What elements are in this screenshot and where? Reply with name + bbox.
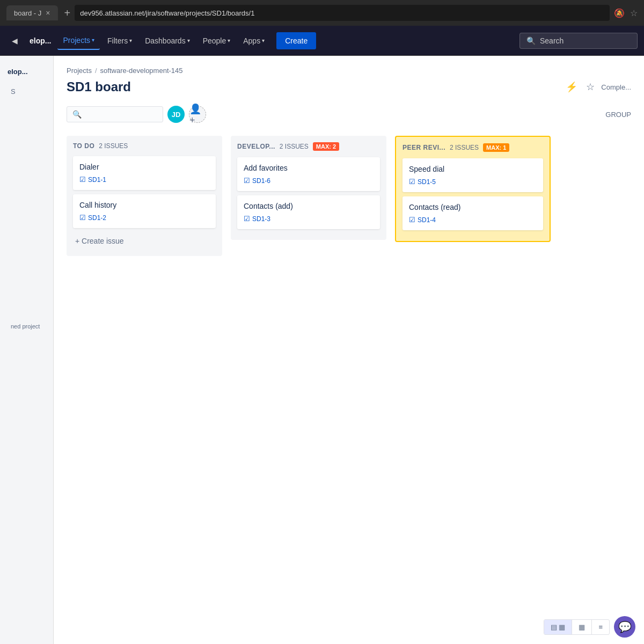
column-peer-review-count: 2 ISSUES (450, 144, 479, 151)
board-search-input[interactable] (85, 110, 155, 119)
nav-item-apps[interactable]: Apps ▾ (238, 32, 270, 49)
create-button[interactable]: Create (276, 32, 316, 49)
nav-label-filters: Filters (107, 36, 128, 45)
nav-logo: elop... (25, 34, 55, 47)
browser-controls: 🔕 ☆ (614, 8, 638, 18)
card-call-history[interactable]: Call history ☑ SD1-2 (73, 194, 216, 228)
new-tab-button[interactable]: + (64, 7, 71, 19)
nav-item-filters[interactable]: Filters ▾ (102, 32, 137, 49)
board-search-box[interactable]: 🔍 (67, 106, 163, 122)
column-develop-count: 2 ISSUES (280, 143, 309, 150)
page-header: SD1 board ⚡ ☆ Comple... (67, 79, 631, 95)
column-todo-title: TO DO (73, 142, 94, 150)
checkbox-icon: ☑ (79, 175, 86, 184)
lightning-icon-button[interactable]: ⚡ (564, 79, 580, 95)
view-btn-compact[interactable]: ≡ (592, 620, 609, 634)
column-peer-review-header: PEER REVI... 2 ISSUES MAX: 1 (402, 143, 543, 152)
card-contacts-add-id-text: SD1-3 (252, 215, 270, 223)
nav-label-projects: Projects (63, 36, 90, 45)
card-dialer-title: Dialer (79, 163, 209, 171)
card-speed-dial-id: ☑ SD1-5 (409, 178, 537, 186)
column-todo-header: TO DO 2 ISSUES (73, 142, 216, 150)
card-add-favorites-id: ☑ SD1-6 (244, 177, 374, 185)
board-toolbar: 🔍 JD 👤+ GROUP (67, 106, 631, 123)
column-develop-max-badge: MAX: 2 (313, 142, 339, 151)
checkbox-icon: ☑ (244, 177, 250, 185)
card-dialer[interactable]: Dialer ☑ SD1-1 (73, 156, 216, 190)
sidebar: elop... S ned project (0, 56, 54, 644)
view-toggle: ▤ ▦ ▦ ≡ (544, 619, 610, 635)
nav-label-dashboards: Dashboards (145, 36, 186, 45)
checkbox-icon: ☑ (409, 216, 415, 224)
tab-close-button[interactable]: × (46, 9, 50, 17)
search-icon: 🔍 (72, 110, 82, 119)
nav-item-projects[interactable]: Projects ▾ (57, 32, 100, 50)
column-develop-header: DEVELOP... 2 ISSUES MAX: 2 (237, 142, 380, 151)
privacy-icon[interactable]: 🔕 (614, 8, 625, 18)
column-develop: DEVELOP... 2 ISSUES MAX: 2 Add favorites… (231, 136, 386, 240)
complete-button[interactable]: Comple... (601, 83, 631, 91)
card-add-favorites-id-text: SD1-6 (252, 177, 270, 185)
card-contacts-add-id: ☑ SD1-3 (244, 215, 374, 223)
card-speed-dial-title: Speed dial (409, 165, 537, 173)
browser-chrome: board - J × + dev956.atlassian.net/jira/… (0, 0, 644, 26)
kanban-board: TO DO 2 ISSUES Dialer ☑ SD1-1 Call histo… (67, 136, 631, 350)
page-actions: ⚡ ☆ Comple... (564, 79, 631, 95)
nav-search-box[interactable]: 🔍 Search (519, 33, 638, 49)
breadcrumb: Projects / software-development-145 (67, 67, 631, 75)
view-btn-board[interactable]: ▤ ▦ (544, 620, 573, 634)
card-speed-dial[interactable]: Speed dial ☑ SD1-5 (402, 158, 543, 192)
add-avatar-button[interactable]: 👤+ (189, 106, 206, 123)
column-peer-review: PEER REVI... 2 ISSUES MAX: 1 Speed dial … (395, 136, 551, 242)
back-label: ◀ (12, 36, 18, 45)
tab-title: board - J (14, 9, 41, 17)
column-peer-review-max-badge: MAX: 1 (483, 143, 509, 152)
search-icon: 🔍 (526, 36, 536, 45)
card-call-history-id-text: SD1-2 (88, 214, 106, 222)
nav-label-people: People (203, 36, 226, 45)
card-contacts-add-title: Contacts (add) (244, 202, 374, 210)
address-bar[interactable]: dev956.atlassian.net/jira/software/proje… (75, 5, 610, 21)
bookmark-icon[interactable]: ☆ (630, 8, 638, 18)
card-speed-dial-id-text: SD1-5 (418, 178, 436, 186)
url-text: dev956.atlassian.net/jira/software/proje… (80, 9, 254, 17)
group-label: GROUP (605, 111, 631, 119)
sidebar-item-ned-project[interactable]: ned project (3, 318, 50, 335)
card-contacts-add[interactable]: Contacts (add) ☑ SD1-3 (237, 195, 380, 229)
nav-back[interactable]: ◀ (6, 32, 23, 49)
star-icon-button[interactable]: ☆ (584, 79, 597, 95)
column-todo-count: 2 ISSUES (99, 142, 128, 150)
card-contacts-read-id: ☑ SD1-4 (409, 216, 537, 224)
view-btn-list[interactable]: ▦ (572, 620, 592, 634)
nav-label-apps: Apps (243, 36, 260, 45)
nav-item-people[interactable]: People ▾ (197, 32, 236, 49)
chat-button[interactable]: 💬 (614, 616, 635, 638)
card-add-favorites[interactable]: Add favorites ☑ SD1-6 (237, 157, 380, 191)
breadcrumb-projects-link[interactable]: Projects (67, 67, 92, 75)
page-title: SD1 board (67, 79, 131, 94)
sidebar-item-board[interactable]: S (3, 82, 50, 101)
bottom-bar: ▤ ▦ ▦ ≡ 💬 (535, 610, 644, 644)
card-call-history-id: ☑ SD1-2 (79, 214, 209, 222)
navbar: ◀ elop... Projects ▾ Filters ▾ Dashboard… (0, 26, 644, 56)
browser-tab[interactable]: board - J × (6, 5, 58, 20)
logo-text: elop... (30, 36, 51, 45)
nav-item-dashboards[interactable]: Dashboards ▾ (140, 32, 195, 49)
card-dialer-id-text: SD1-1 (88, 176, 106, 184)
chevron-down-icon: ▾ (92, 37, 94, 43)
checkbox-icon: ☑ (244, 215, 250, 223)
chevron-down-icon: ▾ (129, 38, 132, 43)
column-develop-title: DEVELOP... (237, 143, 275, 150)
chat-icon: 💬 (618, 620, 632, 633)
checkbox-icon: ☑ (79, 214, 86, 222)
chevron-down-icon: ▾ (262, 38, 265, 43)
create-issue-button[interactable]: + Create issue (73, 232, 126, 250)
card-contacts-read[interactable]: Contacts (read) ☑ SD1-4 (402, 196, 543, 230)
user-avatar-jd[interactable]: JD (167, 106, 185, 123)
card-dialer-id: ☑ SD1-1 (79, 175, 209, 184)
card-call-history-title: Call history (79, 201, 209, 209)
breadcrumb-project-link[interactable]: software-development-145 (100, 67, 183, 75)
chevron-down-icon: ▾ (187, 38, 190, 43)
checkbox-icon: ☑ (409, 178, 415, 186)
card-contacts-read-id-text: SD1-4 (418, 216, 436, 224)
